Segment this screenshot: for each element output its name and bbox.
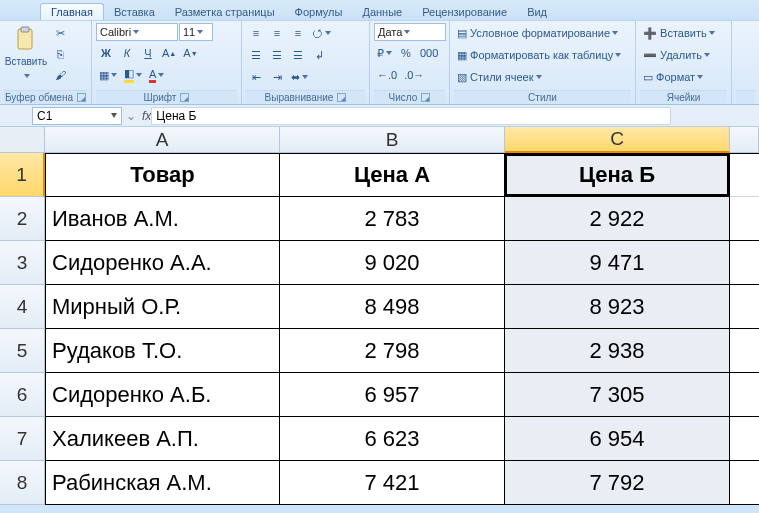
number-format-combo[interactable]: Дата bbox=[374, 23, 446, 41]
dialog-launcher-icon[interactable] bbox=[337, 93, 346, 102]
merge-button[interactable]: ⬌ bbox=[288, 67, 311, 87]
decrease-decimal-button[interactable]: .0→ bbox=[401, 65, 427, 85]
format-cells-button[interactable]: ▭ Формат bbox=[640, 67, 727, 87]
dialog-launcher-icon[interactable] bbox=[421, 93, 430, 102]
percent-button[interactable]: % bbox=[396, 43, 416, 63]
cell-b2[interactable]: 2 783 bbox=[280, 197, 505, 241]
orientation-button[interactable]: ⭯ bbox=[309, 23, 334, 43]
underline-button[interactable]: Ч bbox=[138, 43, 158, 63]
cell-d4[interactable] bbox=[730, 285, 759, 329]
select-all-corner[interactable] bbox=[0, 127, 45, 153]
font-color-button[interactable]: A bbox=[146, 65, 167, 85]
tab-data[interactable]: Данные bbox=[352, 4, 412, 20]
col-header-b[interactable]: B bbox=[280, 127, 505, 153]
cell-b1[interactable]: Цена А bbox=[280, 153, 505, 197]
format-as-table-button[interactable]: ▦ Форматировать как таблицу bbox=[454, 45, 631, 65]
cell-d8[interactable] bbox=[730, 461, 759, 505]
fx-dropdown-icon[interactable]: ⌄ bbox=[126, 109, 136, 123]
cell-styles-button[interactable]: ▧ Стили ячеек bbox=[454, 67, 631, 87]
col-header-c[interactable]: C bbox=[505, 127, 730, 153]
group-clipboard: Вставить ✂ ⎘ 🖌 Буфер обмена bbox=[0, 21, 92, 104]
cell-d5[interactable] bbox=[730, 329, 759, 373]
col-header-extra[interactable] bbox=[730, 127, 759, 153]
bold-button[interactable]: Ж bbox=[96, 43, 116, 63]
cell-a7[interactable]: Халикеев А.П. bbox=[45, 417, 280, 461]
font-size-combo[interactable]: 11 bbox=[179, 23, 213, 41]
cell-c6[interactable]: 7 305 bbox=[505, 373, 730, 417]
row-header-5[interactable]: 5 bbox=[0, 329, 45, 373]
tab-review[interactable]: Рецензирование bbox=[412, 4, 517, 20]
align-top-button[interactable]: ≡ bbox=[246, 23, 266, 43]
cell-c8[interactable]: 7 792 bbox=[505, 461, 730, 505]
cell-a4[interactable]: Мирный О.Р. bbox=[45, 285, 280, 329]
italic-button[interactable]: К bbox=[117, 43, 137, 63]
cell-c7[interactable]: 6 954 bbox=[505, 417, 730, 461]
cell-c1[interactable]: Цена Б bbox=[505, 153, 730, 197]
cell-d7[interactable] bbox=[730, 417, 759, 461]
cell-a1[interactable]: Товар bbox=[45, 153, 280, 197]
cell-d2[interactable] bbox=[730, 197, 759, 241]
comma-button[interactable]: 000 bbox=[417, 43, 441, 63]
grow-font-button[interactable]: A▲ bbox=[159, 43, 179, 63]
tab-formulas[interactable]: Формулы bbox=[285, 4, 353, 20]
name-box[interactable]: C1 bbox=[32, 107, 122, 125]
increase-indent-button[interactable]: ⇥ bbox=[267, 67, 287, 87]
cell-b4[interactable]: 8 498 bbox=[280, 285, 505, 329]
cell-d3[interactable] bbox=[730, 241, 759, 285]
delete-cells-button[interactable]: ➖ Удалить bbox=[640, 45, 727, 65]
font-name-combo[interactable]: Calibri bbox=[96, 23, 178, 41]
align-bottom-button[interactable]: ≡ bbox=[288, 23, 308, 43]
col-header-a[interactable]: A bbox=[45, 127, 280, 153]
cell-b5[interactable]: 2 798 bbox=[280, 329, 505, 373]
row-header-6[interactable]: 6 bbox=[0, 373, 45, 417]
align-right-button[interactable]: ☰ bbox=[288, 45, 308, 65]
cell-b8[interactable]: 7 421 bbox=[280, 461, 505, 505]
tab-insert[interactable]: Вставка bbox=[104, 4, 165, 20]
row-header-4[interactable]: 4 bbox=[0, 285, 45, 329]
cell-d6[interactable] bbox=[730, 373, 759, 417]
wrap-text-button[interactable]: ↲ bbox=[309, 45, 329, 65]
insert-cells-button[interactable]: ➕ Вставить bbox=[640, 23, 727, 43]
cell-b3[interactable]: 9 020 bbox=[280, 241, 505, 285]
conditional-formatting-button[interactable]: ▤ Условное форматирование bbox=[454, 23, 631, 43]
cell-c2[interactable]: 2 922 bbox=[505, 197, 730, 241]
increase-decimal-button[interactable]: ←.0 bbox=[374, 65, 400, 85]
row-header-7[interactable]: 7 bbox=[0, 417, 45, 461]
cell-c4[interactable]: 8 923 bbox=[505, 285, 730, 329]
decrease-indent-button[interactable]: ⇤ bbox=[246, 67, 266, 87]
fill-color-button[interactable]: ◧ bbox=[121, 65, 145, 85]
borders-button[interactable]: ▦ bbox=[96, 65, 120, 85]
accounting-format-button[interactable]: ₽ bbox=[374, 43, 395, 63]
cell-d1[interactable] bbox=[730, 153, 759, 197]
row-header-1[interactable]: 1 bbox=[0, 153, 45, 197]
row-header-2[interactable]: 2 bbox=[0, 197, 45, 241]
formula-input[interactable]: Цена Б bbox=[151, 107, 671, 125]
align-middle-button[interactable]: ≡ bbox=[267, 23, 287, 43]
dialog-launcher-icon[interactable] bbox=[77, 93, 86, 102]
copy-button[interactable]: ⎘ bbox=[50, 44, 70, 64]
shrink-font-button[interactable]: A▼ bbox=[180, 43, 200, 63]
dialog-launcher-icon[interactable] bbox=[180, 93, 189, 102]
cell-a6[interactable]: Сидоренко А.Б. bbox=[45, 373, 280, 417]
cell-a8[interactable]: Рабинская А.М. bbox=[45, 461, 280, 505]
cell-b6[interactable]: 6 957 bbox=[280, 373, 505, 417]
cell-a2[interactable]: Иванов А.М. bbox=[45, 197, 280, 241]
cell-b7[interactable]: 6 623 bbox=[280, 417, 505, 461]
tab-page-layout[interactable]: Разметка страницы bbox=[165, 4, 285, 20]
cell-a5[interactable]: Рудаков Т.О. bbox=[45, 329, 280, 373]
tab-home[interactable]: Главная bbox=[40, 3, 104, 20]
cell-c3[interactable]: 9 471 bbox=[505, 241, 730, 285]
group-font: Calibri 11 Ж К Ч A▲ A▼ ▦ ◧ A Шрифт bbox=[92, 21, 242, 104]
align-center-button[interactable]: ☰ bbox=[267, 45, 287, 65]
format-painter-button[interactable]: 🖌 bbox=[50, 65, 70, 85]
row-header-3[interactable]: 3 bbox=[0, 241, 45, 285]
tab-view[interactable]: Вид bbox=[517, 4, 557, 20]
row-header-8[interactable]: 8 bbox=[0, 461, 45, 505]
align-left-button[interactable]: ☰ bbox=[246, 45, 266, 65]
fx-icon[interactable]: fx bbox=[142, 109, 151, 123]
paste-button[interactable]: Вставить bbox=[4, 23, 48, 83]
ribbon: Вставить ✂ ⎘ 🖌 Буфер обмена Calibri 11 Ж… bbox=[0, 20, 759, 105]
cell-a3[interactable]: Сидоренко А.А. bbox=[45, 241, 280, 285]
cell-c5[interactable]: 2 938 bbox=[505, 329, 730, 373]
cut-button[interactable]: ✂ bbox=[50, 23, 70, 43]
